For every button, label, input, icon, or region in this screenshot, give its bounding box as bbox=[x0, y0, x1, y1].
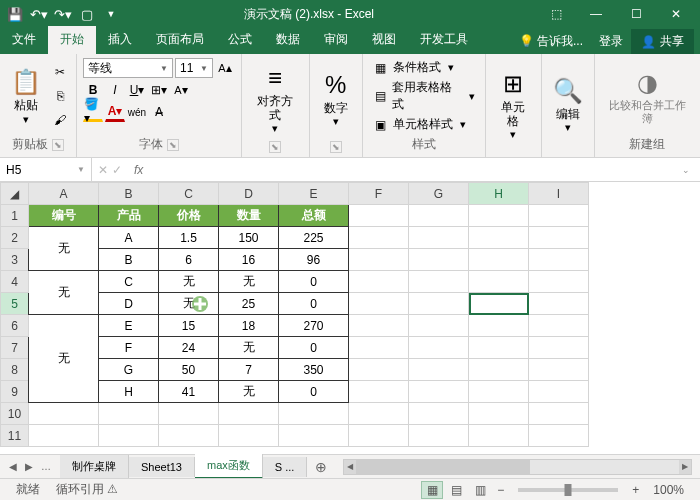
cell[interactable] bbox=[349, 271, 409, 293]
cell[interactable]: 50 bbox=[159, 359, 219, 381]
align-launcher[interactable]: ⬊ bbox=[269, 141, 281, 153]
view-page-break-button[interactable]: ▥ bbox=[469, 481, 491, 499]
cell[interactable]: 16 bbox=[219, 249, 279, 271]
tab-home[interactable]: 开始 bbox=[48, 26, 96, 54]
cell[interactable] bbox=[469, 205, 529, 227]
cell[interactable]: D bbox=[99, 293, 159, 315]
cell[interactable] bbox=[529, 337, 589, 359]
tab-view[interactable]: 视图 bbox=[360, 26, 408, 54]
clear-format-button[interactable]: A̶ bbox=[149, 102, 169, 122]
cell[interactable] bbox=[99, 425, 159, 447]
cell[interactable]: 无 bbox=[159, 271, 219, 293]
cell[interactable] bbox=[469, 425, 529, 447]
qat-customize[interactable]: ▼ bbox=[100, 3, 122, 25]
fx-icon[interactable]: fx bbox=[134, 163, 143, 177]
cell[interactable]: 6 bbox=[159, 249, 219, 271]
compare-merge-button[interactable]: ◑比较和合并工作簿 bbox=[601, 58, 695, 134]
cell[interactable]: C bbox=[99, 271, 159, 293]
table-header[interactable]: 编号 bbox=[29, 205, 99, 227]
cell[interactable] bbox=[159, 425, 219, 447]
cell[interactable]: G bbox=[99, 359, 159, 381]
row-header-8[interactable]: 8 bbox=[1, 359, 29, 381]
maximize-button[interactable]: ☐ bbox=[616, 0, 656, 28]
row-header-1[interactable]: 1 bbox=[1, 205, 29, 227]
name-box[interactable]: H5▼ bbox=[0, 158, 92, 181]
cell[interactable] bbox=[469, 337, 529, 359]
row-header-3[interactable]: 3 bbox=[1, 249, 29, 271]
phonetic-button[interactable]: wén bbox=[127, 102, 147, 122]
cell[interactable] bbox=[469, 403, 529, 425]
row-header-2[interactable]: 2 bbox=[1, 227, 29, 249]
cell[interactable] bbox=[469, 227, 529, 249]
cell[interactable] bbox=[409, 249, 469, 271]
font-color-button[interactable]: A▾ bbox=[105, 102, 125, 122]
cell[interactable] bbox=[529, 403, 589, 425]
col-header-G[interactable]: G bbox=[409, 183, 469, 205]
tab-review[interactable]: 审阅 bbox=[312, 26, 360, 54]
cell[interactable] bbox=[469, 271, 529, 293]
cell[interactable]: B bbox=[99, 249, 159, 271]
cell[interactable]: 0 bbox=[279, 381, 349, 403]
new-sheet-button[interactable]: ⊕ bbox=[307, 455, 335, 479]
cell[interactable]: 无 bbox=[29, 271, 99, 315]
row-header-10[interactable]: 10 bbox=[1, 403, 29, 425]
row-header-4[interactable]: 4 bbox=[1, 271, 29, 293]
cell[interactable]: 1.5 bbox=[159, 227, 219, 249]
hscroll-thumb[interactable] bbox=[356, 460, 529, 474]
cell[interactable]: 0 bbox=[279, 271, 349, 293]
minimize-button[interactable]: — bbox=[576, 0, 616, 28]
cell[interactable]: 无 bbox=[159, 293, 219, 315]
cell[interactable] bbox=[219, 425, 279, 447]
cell[interactable] bbox=[349, 315, 409, 337]
zoom-in-button[interactable]: + bbox=[626, 483, 645, 497]
col-header-B[interactable]: B bbox=[99, 183, 159, 205]
new-button[interactable]: ▢ bbox=[76, 3, 98, 25]
cell[interactable] bbox=[409, 227, 469, 249]
cut-button[interactable]: ✂ bbox=[50, 62, 70, 82]
view-normal-button[interactable]: ▦ bbox=[421, 481, 443, 499]
conditional-format-button[interactable]: ▦条件格式 ▾ bbox=[369, 58, 479, 77]
col-header-A[interactable]: A bbox=[29, 183, 99, 205]
row-header-9[interactable]: 9 bbox=[1, 381, 29, 403]
tell-me[interactable]: 💡告诉我... bbox=[511, 29, 591, 54]
zoom-slider[interactable] bbox=[518, 488, 618, 492]
horizontal-scrollbar[interactable]: ◀ ▶ bbox=[343, 459, 692, 475]
cell[interactable] bbox=[469, 315, 529, 337]
table-header[interactable]: 价格 bbox=[159, 205, 219, 227]
table-header[interactable]: 数量 bbox=[219, 205, 279, 227]
cell[interactable] bbox=[409, 381, 469, 403]
cell[interactable] bbox=[279, 403, 349, 425]
cell[interactable] bbox=[469, 249, 529, 271]
sheet-tab-4[interactable]: S ... bbox=[263, 457, 308, 477]
sheet-nav-first[interactable]: ◀ bbox=[6, 459, 20, 474]
cell[interactable] bbox=[349, 425, 409, 447]
cell[interactable]: 无 bbox=[219, 381, 279, 403]
cell[interactable] bbox=[409, 425, 469, 447]
view-page-layout-button[interactable]: ▤ bbox=[445, 481, 467, 499]
cell[interactable]: 0 bbox=[279, 293, 349, 315]
cell[interactable]: 41 bbox=[159, 381, 219, 403]
sheet-tab-1[interactable]: 制作桌牌 bbox=[60, 455, 129, 478]
italic-button[interactable]: I bbox=[105, 80, 125, 100]
cell[interactable] bbox=[469, 359, 529, 381]
cell[interactable] bbox=[409, 315, 469, 337]
cell[interactable] bbox=[469, 381, 529, 403]
cell[interactable] bbox=[529, 205, 589, 227]
cell[interactable] bbox=[349, 227, 409, 249]
cell[interactable] bbox=[529, 425, 589, 447]
tab-data[interactable]: 数据 bbox=[264, 26, 312, 54]
cell[interactable] bbox=[529, 249, 589, 271]
font-size-combo[interactable]: 11▼ bbox=[175, 58, 213, 78]
cell[interactable] bbox=[409, 359, 469, 381]
zoom-out-button[interactable]: − bbox=[491, 483, 510, 497]
cell[interactable]: 15 bbox=[159, 315, 219, 337]
editing-button[interactable]: 🔍编辑▾ bbox=[548, 58, 588, 151]
cell[interactable] bbox=[219, 403, 279, 425]
font-name-combo[interactable]: 等线▼ bbox=[83, 58, 173, 78]
tab-layout[interactable]: 页面布局 bbox=[144, 26, 216, 54]
col-header-C[interactable]: C bbox=[159, 183, 219, 205]
col-header-F[interactable]: F bbox=[349, 183, 409, 205]
cell[interactable] bbox=[29, 403, 99, 425]
cell[interactable] bbox=[29, 425, 99, 447]
undo-button[interactable]: ↶▾ bbox=[28, 3, 50, 25]
